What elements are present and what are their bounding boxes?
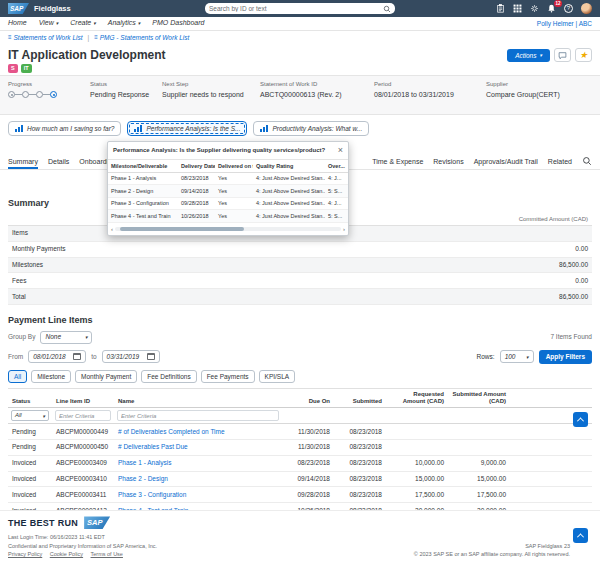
group-by-row: Group By None▾ 7 Items Found	[8, 331, 592, 344]
filter-chip-fee-payments[interactable]: Fee Payments	[201, 370, 255, 383]
cell-submitted: 08/23/2018	[334, 455, 386, 471]
cell-name-link[interactable]: Phase 3 - Configuration	[114, 487, 282, 503]
menu-pmo-dashboard[interactable]: PMO Dashboard	[152, 19, 204, 27]
field-label: Statement of Work ID	[260, 81, 366, 88]
calendar-icon[interactable]	[147, 353, 155, 360]
col-line-item-id[interactable]: Line Item ID	[52, 388, 114, 407]
rows-per-page-select[interactable]: 100▾	[500, 350, 534, 363]
comment-icon	[558, 51, 567, 60]
tab-search-button[interactable]	[582, 156, 592, 166]
popup-col-milestone: Milestone/Deliverable	[108, 160, 178, 172]
title-actions: Actions▾ ★	[507, 48, 592, 62]
tab-related[interactable]: Related	[548, 155, 572, 169]
cookie-policy-link[interactable]: Cookie Policy	[50, 551, 83, 557]
filter-chip-fee-definitions[interactable]: Fee Definitions	[141, 370, 196, 383]
cell-name-link[interactable]: # Deliverables Past Due	[114, 439, 282, 455]
col-status[interactable]: Status	[8, 388, 52, 407]
chart-icon	[134, 125, 142, 132]
scroll-to-top-button[interactable]	[573, 528, 588, 543]
field-label: Next Step	[162, 81, 252, 88]
menu-home[interactable]: Home	[8, 19, 27, 27]
tab-time-expense[interactable]: Time & Expense	[372, 155, 423, 169]
help-icon[interactable]: ?	[564, 4, 573, 13]
tab-approvals-audit-trail[interactable]: Approvals/Audit Trail	[474, 155, 538, 169]
chevron-down-icon: ▾	[539, 52, 542, 58]
cell-submitted: 08/23/2018	[334, 471, 386, 487]
menu-analytics[interactable]: Analytics▾	[108, 19, 141, 27]
shell-icon-group: 12 ?	[496, 3, 592, 14]
insight-productivity-button[interactable]: Productivity Analysis: What w...	[253, 121, 369, 136]
status-filter-select[interactable]: All▾	[11, 410, 49, 421]
field-next-step: Next Step Supplier needs to respond	[162, 81, 252, 109]
from-date-input[interactable]: 08/01/2018	[28, 350, 86, 363]
date-filter-row: From 08/01/2018 to 03/31/2019 Rows: 100▾…	[8, 350, 592, 364]
scrollbar-thumb[interactable]	[120, 227, 244, 231]
insight-savings-button[interactable]: How much am I saving so far?	[8, 121, 121, 136]
cell-name-link[interactable]: Phase 2 - Design	[114, 471, 282, 487]
filter-chip-monthly-payment[interactable]: Monthly Payment	[75, 370, 137, 383]
col-submitted-amount[interactable]: Submitted Amount (CAD)	[448, 388, 510, 407]
clipboard-icon[interactable]	[496, 4, 505, 13]
breadcrumb-link-sow-list[interactable]: ≡Statements of Work List	[8, 34, 83, 42]
col-submitted[interactable]: Submitted	[334, 388, 386, 407]
privacy-policy-link[interactable]: Privacy Policy	[8, 551, 42, 557]
scroll-right-icon[interactable]: ›	[343, 226, 345, 232]
line-item-id-filter-input[interactable]	[55, 410, 111, 421]
search-input[interactable]	[209, 5, 383, 12]
gear-icon[interactable]	[530, 4, 539, 13]
confidential-notice: Confidential and Proprietary Information…	[8, 542, 157, 551]
col-due-on[interactable]: Due On	[282, 388, 334, 407]
scroll-left-icon[interactable]: ‹	[111, 226, 113, 232]
summary-label: Fees	[8, 273, 472, 289]
to-date-input[interactable]: 03/31/2019	[102, 350, 160, 363]
cell-due: 09/14/2018	[282, 471, 334, 487]
search-icon[interactable]	[383, 5, 391, 13]
column-filter-row: All▾	[8, 408, 592, 424]
apply-filters-button[interactable]: Apply Filters	[539, 350, 592, 364]
name-filter-input[interactable]	[117, 410, 279, 421]
group-by-select[interactable]: None▾	[40, 331, 92, 344]
filter-cell: All▾	[8, 408, 52, 424]
user-account-link[interactable]: Polly Helmer | ABC	[537, 20, 592, 28]
close-icon[interactable]: ×	[338, 146, 343, 155]
list-icon: ≡	[94, 34, 98, 41]
cell-name-link[interactable]: # of Deliverables Completed on Time	[114, 424, 282, 440]
summary-label: Milestones	[8, 257, 472, 273]
scroll-to-top-button[interactable]	[573, 412, 588, 427]
popup-cell: Yes	[215, 197, 253, 210]
tab-revisions[interactable]: Revisions	[433, 155, 463, 169]
filter-cell	[52, 408, 114, 424]
grid-icon[interactable]	[513, 4, 522, 13]
footer-brand-band: THE BEST RUN SAP	[0, 510, 600, 531]
filter-chip-all[interactable]: All	[8, 370, 27, 383]
breadcrumb-link-pmg-sow-list[interactable]: ≡PMG - Statements of Work List	[94, 34, 189, 42]
scrollbar-track[interactable]	[115, 227, 341, 231]
col-requested-amount[interactable]: Requested Amount (CAD)	[386, 388, 448, 407]
page-title: IT Application Development	[8, 48, 166, 62]
global-search[interactable]	[205, 3, 395, 14]
cell-name-link[interactable]: Phase 1 - Analysis	[114, 455, 282, 471]
progress-step-4	[50, 91, 57, 98]
comments-button[interactable]	[554, 48, 571, 62]
status-band: Progress Status Pending Response Next St…	[0, 75, 600, 115]
chevron-down-icon: ▾	[85, 334, 88, 340]
summary-label: Total	[8, 289, 472, 305]
bell-icon[interactable]: 12	[547, 4, 556, 13]
tab-details[interactable]: Details	[48, 155, 69, 169]
col-name[interactable]: Name	[114, 388, 282, 407]
actions-button[interactable]: Actions▾	[507, 49, 550, 62]
breadcrumb-label: PMG - Statements of Work List	[100, 34, 190, 42]
filter-cell	[114, 408, 282, 424]
filter-chip-milestone[interactable]: Milestone	[31, 370, 71, 383]
menu-view[interactable]: View▾	[39, 19, 59, 27]
calendar-icon[interactable]	[73, 353, 81, 360]
avatar[interactable]	[581, 3, 592, 14]
menu-create[interactable]: Create▾	[70, 19, 96, 27]
filter-chip-kpi-sla[interactable]: KPI/SLA	[259, 370, 296, 383]
favorite-button[interactable]: ★	[575, 48, 592, 62]
insight-performance-button[interactable]: Performance Analysis: Is the S...	[127, 121, 247, 136]
terms-of-use-link[interactable]: Terms of Use	[91, 551, 123, 557]
tab-summary[interactable]: Summary	[8, 155, 38, 169]
popup-horizontal-scrollbar[interactable]: ‹ ›	[108, 223, 348, 235]
table-row: Monthly Payments 0.00	[8, 241, 592, 257]
